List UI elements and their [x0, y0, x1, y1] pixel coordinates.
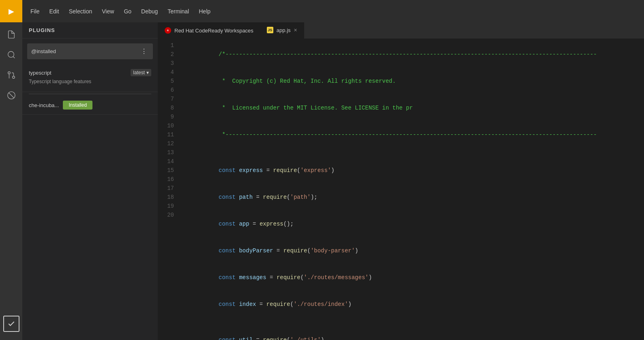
code-line	[180, 318, 644, 327]
che-incuba-plugin-item: che-incuba... Installed	[22, 96, 158, 115]
menu-go[interactable]: Go	[120, 6, 135, 17]
tab-close-button[interactable]: ×	[294, 27, 297, 33]
more-options-icon[interactable]: ⋮	[139, 46, 149, 57]
redhat-icon: R	[165, 27, 171, 34]
search-icon[interactable]	[3, 47, 19, 63]
code-line: const util = require('./utils')	[180, 327, 644, 340]
check-icon[interactable]	[3, 316, 19, 332]
js-icon: JS	[267, 27, 273, 33]
code-content[interactable]: /*--------------------------------------…	[180, 39, 644, 340]
plugins-sidebar: PLUGINS ⋮ typescript latest ▾ Typescript…	[22, 22, 158, 340]
main-content: PLUGINS ⋮ typescript latest ▾ Typescript…	[0, 22, 644, 340]
menu-view[interactable]: View	[98, 6, 118, 17]
editor-tabs: R Red Hat CodeReady Workspaces JS app.js…	[158, 22, 644, 39]
tab-appjs-label: app.js	[277, 27, 291, 33]
tab-appjs[interactable]: JS app.js ×	[260, 22, 304, 39]
plugin-row2: che-incuba... Installed	[29, 101, 151, 110]
typescript-plugin-desc: Typescript language features	[29, 79, 151, 84]
menu-edit[interactable]: Edit	[45, 6, 63, 17]
code-line: * Copyright (c) Red Hat, Inc. All rights…	[180, 68, 644, 95]
code-line: /*--------------------------------------…	[180, 41, 644, 68]
svg-point-2	[12, 76, 15, 79]
code-line: const path = require('path');	[180, 184, 644, 211]
activity-bar	[0, 22, 22, 340]
plugins-search-bar[interactable]: ⋮	[27, 43, 153, 59]
menubar: File Edit Selection View Go Debug Termin…	[0, 0, 644, 22]
file-icon[interactable]	[3, 26, 19, 43]
svg-line-1	[13, 56, 15, 58]
svg-line-6	[9, 93, 14, 98]
code-line: const bodyParser = require('body-parser'…	[180, 237, 644, 264]
typescript-plugin-name: typescript	[29, 70, 52, 76]
menu-terminal[interactable]: Terminal	[163, 6, 193, 17]
svg-point-0	[8, 52, 14, 58]
editor-area: R Red Hat CodeReady Workspaces JS app.js…	[158, 22, 644, 340]
menu-items: File Edit Selection View Go Debug Termin…	[22, 6, 215, 17]
code-line	[180, 148, 644, 157]
code-editor[interactable]: 1 2 3 4 5 6 7 8 9 10 11 12 13 14 15 16 1…	[158, 39, 644, 340]
sidebar-toggle-button[interactable]	[0, 0, 22, 22]
extensions-icon[interactable]	[3, 87, 19, 103]
plugins-search-input[interactable]	[31, 48, 136, 54]
svg-point-3	[8, 72, 10, 74]
line-numbers: 1 2 3 4 5 6 7 8 9 10 11 12 13 14 15 16 1…	[158, 39, 180, 340]
code-line: const express = require('express')	[180, 157, 644, 184]
installed-button[interactable]: Installed	[63, 101, 92, 110]
code-line: const index = require('./routes/index')	[180, 291, 644, 318]
code-line: const app = express();	[180, 211, 644, 237]
typescript-plugin-item: typescript latest ▾ Typescript language …	[22, 64, 158, 92]
menu-file[interactable]: File	[26, 6, 44, 17]
menu-debug[interactable]: Debug	[137, 6, 162, 17]
menu-selection[interactable]: Selection	[65, 6, 97, 17]
tab-redhat-codeready[interactable]: R Red Hat CodeReady Workspaces	[158, 22, 260, 39]
git-icon[interactable]	[3, 67, 19, 83]
svg-text:R: R	[167, 29, 169, 32]
code-line: const messages = require('./routes/messa…	[180, 264, 644, 291]
sidebar-divider	[29, 94, 151, 94]
tab-redhat-label: Red Hat CodeReady Workspaces	[174, 28, 253, 34]
code-line: * Licensed under the MIT License. See LI…	[180, 95, 644, 121]
sidebar-title: PLUGINS	[22, 22, 158, 39]
menu-help[interactable]: Help	[195, 6, 215, 17]
typescript-version-select[interactable]: latest ▾	[131, 69, 151, 76]
plugin-row: typescript latest ▾	[29, 69, 151, 76]
code-line: *---------------------------------------…	[180, 121, 644, 148]
che-incuba-plugin-name: che-incuba...	[29, 102, 59, 108]
